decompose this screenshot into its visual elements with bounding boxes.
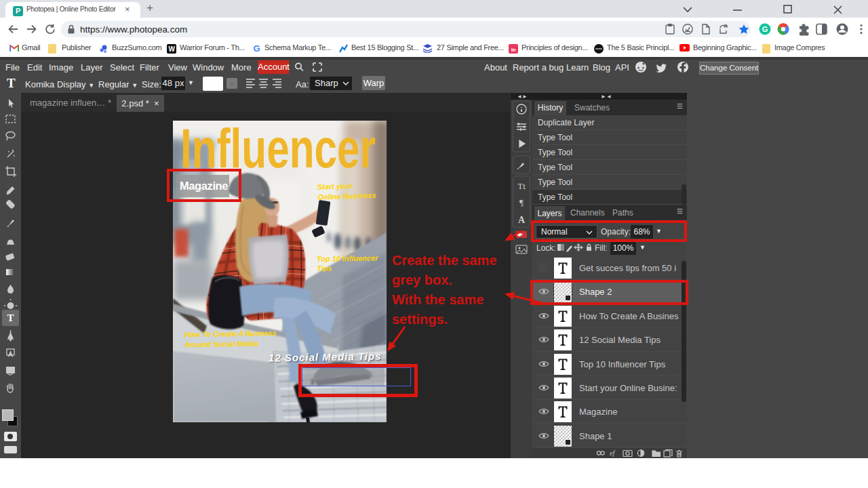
svg-text:A: A <box>518 215 526 225</box>
svg-text:¶: ¶ <box>519 197 524 207</box>
svg-text:Tt: Tt <box>517 181 526 191</box>
svg-text:G: G <box>762 25 768 33</box>
svg-text:ef: ef <box>610 449 615 457</box>
svg-text:in: in <box>511 47 516 53</box>
svg-text:W: W <box>168 45 175 53</box>
svg-text:G: G <box>254 44 260 53</box>
